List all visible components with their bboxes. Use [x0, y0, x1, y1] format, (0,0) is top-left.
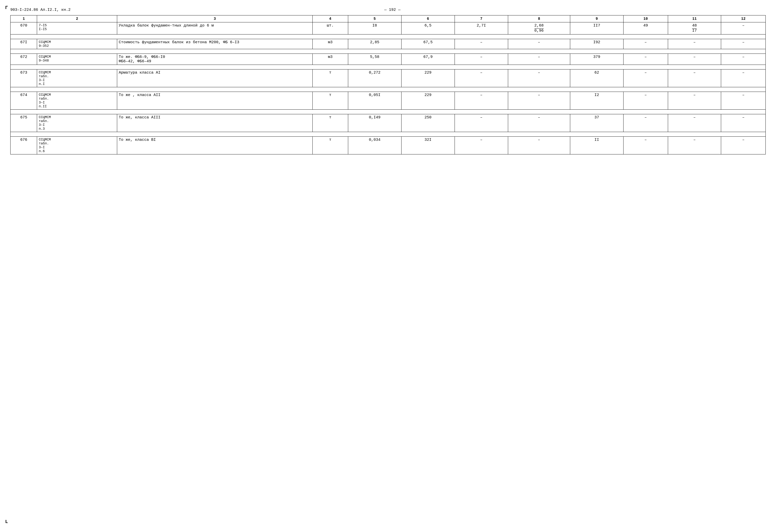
cell-col9: 62 [570, 69, 623, 87]
spacer-row [11, 132, 766, 137]
col-header-7: 7 [454, 15, 508, 22]
cell-ref: ССЦМСМтабл.3–Iп.I [37, 69, 117, 87]
cell-col7: – [454, 114, 508, 132]
cell-description: Стоимость фундаментных балок из бетона М… [117, 39, 313, 49]
cell-col9: I92 [570, 39, 623, 49]
cell-col11: – [668, 54, 721, 65]
cell-col8: 2,680,96 [508, 22, 570, 34]
cell-col12: – [721, 114, 766, 132]
cell-id: 674 [11, 92, 37, 110]
col-header-3: 3 [117, 15, 313, 22]
cell-col5: 5,58 [348, 54, 401, 65]
cell-id: 673 [11, 69, 37, 87]
cell-col8: – [508, 39, 570, 49]
cell-description: Укладка балок фундамен-тных длиной до 6 … [117, 22, 313, 34]
col-header-9: 9 [570, 15, 623, 22]
spacer-row [11, 65, 766, 69]
spacer-row [11, 34, 766, 39]
cell-col11: – [668, 69, 721, 87]
col-header-5: 5 [348, 15, 401, 22]
cell-col7: – [454, 92, 508, 110]
cell-col9: 379 [570, 54, 623, 65]
cell-col6: 229 [401, 69, 454, 87]
cell-col6: 32I [401, 137, 454, 155]
cell-col9: I2 [570, 92, 623, 110]
cell-col12: – [721, 92, 766, 110]
table-row: 676ССЦМСМтабл.3–Iп.6То же, класса BIт0,0… [11, 137, 766, 155]
cell-col10: – [623, 92, 668, 110]
cell-id: 672 [11, 54, 37, 65]
page-header: 903–I–224.86 Ал.I2.I, кн.2 — 192 — [10, 8, 766, 13]
cell-ref: ССЦМСМтабл.3–Iп.6 [37, 137, 117, 155]
header-center: — 192 — [384, 8, 400, 12]
table-row: 67IССЦМСМ9–352Стоимость фундаментных бал… [11, 39, 766, 49]
cell-col8: – [508, 92, 570, 110]
cell-col11: 48I7 [668, 22, 721, 34]
col-header-10: 10 [623, 15, 668, 22]
cell-unit: т [313, 114, 348, 132]
cell-id: 670 [11, 22, 37, 34]
cell-col5: 0,272 [348, 69, 401, 87]
cell-col10: – [623, 137, 668, 155]
cell-col7: – [454, 39, 508, 49]
cell-col11: – [668, 137, 721, 155]
cell-col7: – [454, 69, 508, 87]
cell-ref: ССЦМСМтабл.3–Iп.II [37, 92, 117, 110]
cell-col9: II [570, 137, 623, 155]
spacer-row [11, 87, 766, 92]
cell-unit: м3 [313, 54, 348, 65]
cell-description: То же , класса АII [117, 92, 313, 110]
cell-id: 67I [11, 39, 37, 49]
cell-col5: 0,05I [348, 92, 401, 110]
table-row: 675ССЦМСМтабл.3–Iп.3То же, класса АIIIт0… [11, 114, 766, 132]
table-row: 6707–I5I–I5Укладка балок фундамен-тных д… [11, 22, 766, 34]
col-header-1: 1 [11, 15, 37, 22]
table-header-row: 1 2 3 4 5 6 7 8 9 10 11 12 [11, 15, 766, 22]
cell-col11: – [668, 39, 721, 49]
page-corner-tl: Г [5, 5, 8, 10]
cell-col7: 2,7I [454, 22, 508, 34]
cell-col5: 0,I49 [348, 114, 401, 132]
cell-col10: – [623, 69, 668, 87]
col-header-11: 11 [668, 15, 721, 22]
header-left: 903–I–224.86 Ал.I2.I, кн.2 [10, 8, 70, 12]
cell-col11: – [668, 92, 721, 110]
cell-col12: – [721, 69, 766, 87]
cell-unit: т [313, 137, 348, 155]
cell-col10: – [623, 114, 668, 132]
cell-description: То же, класса BI [117, 137, 313, 155]
cell-id: 676 [11, 137, 37, 155]
cell-unit: т [313, 69, 348, 87]
cell-col12: – [721, 22, 766, 34]
table-row: 673ССЦМСМтабл.3–Iп.IАрматура класса AIт0… [11, 69, 766, 87]
col-header-6: 6 [401, 15, 454, 22]
cell-unit: шт. [313, 22, 348, 34]
cell-col6: 6,5 [401, 22, 454, 34]
cell-col8: – [508, 114, 570, 132]
cell-col12: – [721, 137, 766, 155]
cell-description: То же, класса АIII [117, 114, 313, 132]
spacer-row [11, 49, 766, 54]
cell-col11: – [668, 114, 721, 132]
cell-col12: – [721, 39, 766, 49]
cell-col6: 229 [401, 92, 454, 110]
col-header-12: 12 [721, 15, 766, 22]
cell-col9: II7 [570, 22, 623, 34]
cell-ref: ССЦМСМ9–352 [37, 39, 117, 49]
cell-col5: I8 [348, 22, 401, 34]
cell-col8: – [508, 69, 570, 87]
cell-col10: 49 [623, 22, 668, 34]
col-header-2: 2 [37, 15, 117, 22]
cell-col6: 67,5 [401, 39, 454, 49]
cell-ref: ССЦМСМтабл.3–Iп.3 [37, 114, 117, 132]
cell-col5: 0,034 [348, 137, 401, 155]
cell-col7: – [454, 137, 508, 155]
col-header-4: 4 [313, 15, 348, 22]
cell-col8: – [508, 54, 570, 65]
col-header-8: 8 [508, 15, 570, 22]
cell-description: Арматура класса AI [117, 69, 313, 87]
cell-col8: – [508, 137, 570, 155]
cell-col9: 37 [570, 114, 623, 132]
cell-col12: – [721, 54, 766, 65]
cell-id: 675 [11, 114, 37, 132]
